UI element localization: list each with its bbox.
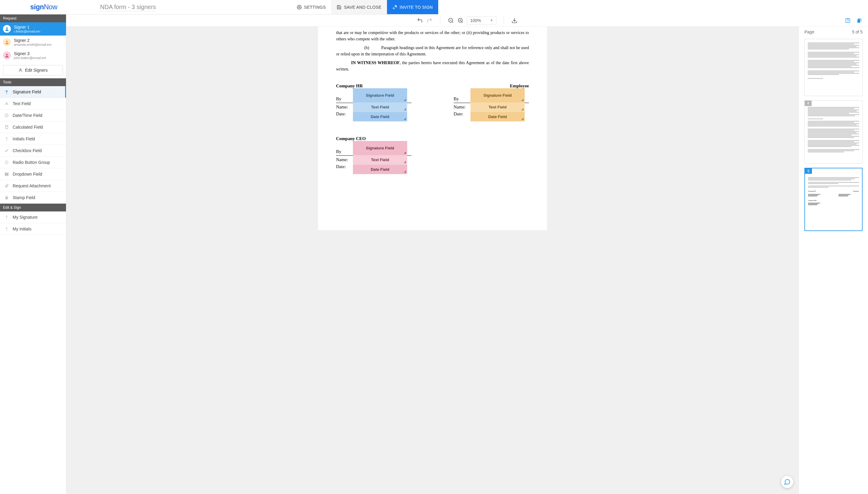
avatar-icon bbox=[3, 38, 11, 46]
date-field-ceo[interactable]: Date Field◢ bbox=[353, 165, 407, 174]
edit-sign-section-header: Edit & Sign bbox=[0, 204, 66, 211]
check-icon bbox=[4, 148, 9, 153]
tool-radio-group[interactable]: Radio Button Group bbox=[0, 157, 66, 168]
tool-label: Checkbox Field bbox=[13, 148, 42, 153]
witness-bold: IN WITNESS WHEREOF bbox=[351, 60, 400, 65]
editor-toolbar: 100% ▼ bbox=[66, 15, 438, 26]
redo-button[interactable] bbox=[426, 17, 433, 24]
tool-request-attachment[interactable]: Request Attachment bbox=[0, 180, 66, 192]
resize-handle-icon[interactable]: ◢ bbox=[404, 107, 406, 111]
avatar-icon bbox=[3, 25, 11, 33]
radio-icon bbox=[4, 160, 9, 165]
save-close-button[interactable]: SAVE AND CLOSE bbox=[331, 0, 387, 14]
signature-field-hr[interactable]: Signature Field◢ bbox=[353, 88, 407, 103]
tool-label: Request Attachment bbox=[13, 184, 51, 188]
hr-field-stack: Signature Field◢ Text Field◢ Date Field◢ bbox=[353, 88, 407, 122]
document-page: that are or may be competitive with the … bbox=[318, 26, 438, 230]
svg-rect-25 bbox=[5, 175, 8, 176]
attachment-icon bbox=[4, 184, 9, 188]
svg-point-14 bbox=[6, 54, 7, 55]
undo-button[interactable] bbox=[417, 17, 423, 24]
resize-handle-icon[interactable]: ◢ bbox=[404, 98, 406, 102]
tool-signature-field[interactable]: Signature Field bbox=[0, 86, 66, 98]
resize-handle-icon[interactable]: ◢ bbox=[404, 117, 406, 121]
paragraph: (h)Paragraph headings used in this Agree… bbox=[336, 44, 438, 57]
tool-label: Text Field bbox=[13, 101, 31, 106]
stamp-icon bbox=[4, 195, 9, 200]
app-header: signNow NDA form - 3 signers SETTINGS SA… bbox=[0, 0, 438, 15]
request-section-header: Request bbox=[0, 15, 66, 22]
paragraph: that are or may be competitive with the … bbox=[336, 30, 438, 42]
signature-icon bbox=[4, 215, 9, 220]
doc-title-wrap: NDA form - 3 signers bbox=[66, 4, 292, 11]
resize-handle-icon[interactable]: ◢ bbox=[404, 160, 406, 164]
initials-icon bbox=[4, 136, 9, 141]
signer-info: Signer 1 r.fields@email.em bbox=[14, 25, 40, 33]
signer-email: r.fields@email.em bbox=[14, 30, 40, 33]
svg-rect-17 bbox=[5, 126, 8, 129]
header-actions: SETTINGS SAVE AND CLOSE INVITE TO SIGN bbox=[292, 0, 438, 14]
text-field-ceo[interactable]: Text Field◢ bbox=[353, 155, 407, 165]
svg-point-0 bbox=[299, 7, 300, 8]
tool-label: Date/Time Field bbox=[13, 113, 42, 118]
signer-name: Signer 2 bbox=[14, 38, 52, 43]
svg-point-12 bbox=[6, 27, 7, 29]
save-icon bbox=[337, 5, 341, 10]
brand-part2: Now bbox=[44, 3, 57, 11]
sig-col-hr: Company HR Signature Field◢ Text Field◢ … bbox=[336, 75, 411, 117]
invite-to-sign-button[interactable]: INVITE TO SIGN bbox=[387, 0, 438, 14]
toolbar-center: 100% ▼ bbox=[417, 17, 438, 24]
signature-icon bbox=[4, 90, 9, 94]
tool-label: My Initials bbox=[13, 227, 31, 231]
signature-row-1: Company HR Signature Field◢ Text Field◢ … bbox=[336, 75, 438, 117]
clock-icon bbox=[4, 113, 9, 118]
document-canvas[interactable]: that are or may be competitive with the … bbox=[66, 26, 438, 249]
brand-part1: sign bbox=[30, 3, 44, 11]
svg-rect-24 bbox=[5, 174, 8, 174]
tool-date-field[interactable]: Date/Time Field bbox=[0, 110, 66, 121]
tools-section-header: Tools bbox=[0, 78, 66, 86]
signature-block-hr: Signature Field◢ Text Field◢ Date Field◢… bbox=[336, 95, 411, 117]
date-label: Date: bbox=[336, 111, 346, 116]
signature-block-ceo: Signature Field◢ Text Field◢ Date Field◢… bbox=[336, 148, 411, 170]
invite-label: INVITE TO SIGN bbox=[400, 5, 433, 10]
signer-email: john.baker@email.em bbox=[14, 56, 46, 60]
clause-letter: (h) bbox=[336, 44, 381, 51]
text-field-hr[interactable]: Text Field◢ bbox=[353, 102, 407, 112]
settings-button[interactable]: SETTINGS bbox=[292, 0, 331, 14]
document-title[interactable]: NDA form - 3 signers bbox=[100, 4, 156, 11]
signer-email: amanda.smith@email.em bbox=[14, 43, 52, 46]
svg-point-15 bbox=[20, 69, 21, 70]
edit-signers-button[interactable]: Edit Signers bbox=[3, 65, 63, 75]
avatar-icon bbox=[3, 52, 11, 59]
signer-info: Signer 3 john.baker@email.em bbox=[14, 51, 46, 60]
tool-my-initials[interactable]: My Initials bbox=[0, 223, 66, 235]
signer-name: Signer 1 bbox=[14, 25, 40, 30]
by-label: By bbox=[336, 96, 341, 101]
initials-icon bbox=[4, 227, 9, 231]
person-icon bbox=[18, 68, 23, 72]
tool-checkbox-field[interactable]: Checkbox Field bbox=[0, 145, 66, 157]
gear-icon bbox=[297, 5, 302, 10]
resize-handle-icon[interactable]: ◢ bbox=[404, 151, 406, 155]
tool-my-signature[interactable]: My Signature bbox=[0, 211, 66, 223]
witness-paragraph: IN WITNESS WHEREOF, the parties hereto h… bbox=[336, 60, 438, 72]
tool-text-field[interactable]: Text Field bbox=[0, 98, 66, 110]
svg-rect-23 bbox=[5, 173, 8, 173]
tool-stamp-field[interactable]: Stamp Field bbox=[0, 192, 66, 204]
signer-1[interactable]: Signer 1 r.fields@email.em bbox=[0, 22, 66, 36]
signer-2[interactable]: Signer 2 amanda.smith@email.em bbox=[0, 36, 66, 49]
signer-3[interactable]: Signer 3 john.baker@email.em bbox=[0, 49, 66, 62]
resize-handle-icon[interactable]: ◢ bbox=[404, 170, 406, 174]
calculator-icon bbox=[4, 125, 9, 130]
settings-label: SETTINGS bbox=[304, 5, 326, 10]
signature-field-ceo[interactable]: Signature Field◢ bbox=[353, 141, 407, 155]
tool-label: My Signature bbox=[13, 215, 37, 220]
name-label: Name: bbox=[336, 157, 348, 162]
tool-calculated-field[interactable]: Calculated Field bbox=[0, 121, 66, 133]
signer-info: Signer 2 amanda.smith@email.em bbox=[14, 38, 52, 46]
tool-initials-field[interactable]: Initials Field bbox=[0, 133, 66, 145]
tool-label: Radio Button Group bbox=[13, 160, 50, 165]
tool-dropdown-field[interactable]: Dropdown Field bbox=[0, 168, 66, 180]
date-field-hr[interactable]: Date Field◢ bbox=[353, 112, 407, 122]
